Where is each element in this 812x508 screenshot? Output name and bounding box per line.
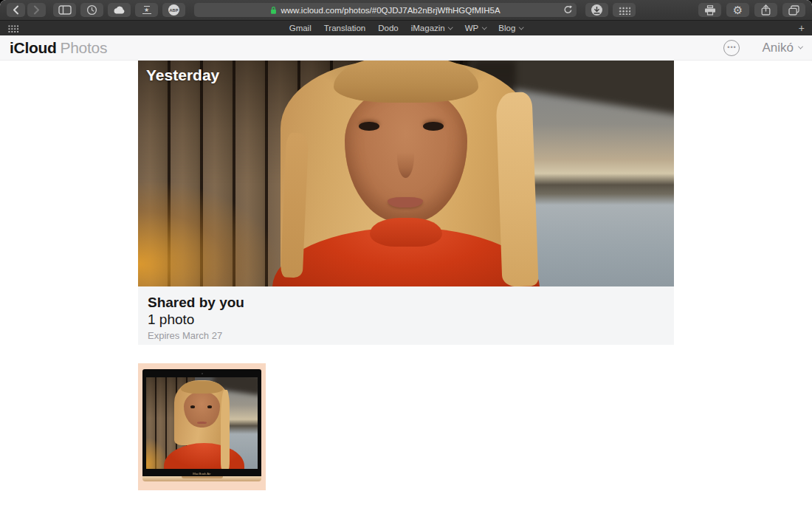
nav-buttons [7, 3, 46, 17]
download-circle-icon [591, 4, 602, 16]
history-button[interactable] [80, 3, 103, 17]
macbook-lid: MacBook Air [142, 369, 261, 476]
reload-button[interactable] [563, 5, 573, 15]
moment-title: Yesterday [146, 66, 219, 84]
bookmark-label: WP [465, 24, 479, 32]
sidebar-icon [58, 5, 72, 15]
back-button[interactable] [7, 3, 25, 17]
reload-icon [563, 5, 573, 15]
moment-cover-photo[interactable]: Yesterday [138, 61, 674, 286]
bookmarks-bar: Gmail Translation Dodo iMagazin WP Blog … [0, 21, 812, 35]
printer-icon [704, 5, 716, 16]
share-photo-count: 1 photo [148, 311, 664, 328]
toolbar-right-cluster: ⚙ [698, 3, 805, 17]
bookmark-label: Blog [498, 24, 515, 32]
user-account-menu[interactable]: Anikó [762, 41, 802, 55]
macbook-air-label: MacBook Air [159, 473, 245, 476]
bookmark-label: Gmail [289, 24, 312, 32]
sidebar-button[interactable] [53, 3, 76, 17]
chevron-right-icon [33, 5, 40, 15]
chevron-down-icon [481, 24, 486, 30]
clock-icon [86, 4, 97, 16]
icloud-brand: iCloud [10, 39, 57, 57]
forward-button[interactable] [27, 3, 46, 17]
subject-hair-strand-right [496, 92, 539, 286]
chevron-left-icon [13, 5, 19, 15]
settings-button[interactable]: ⚙ [726, 3, 749, 17]
subject-bangs [334, 61, 478, 103]
share-title: Shared by you [148, 294, 664, 311]
cloud-icon [113, 6, 125, 14]
user-name: Anikó [762, 41, 794, 55]
bookmark-translation[interactable]: Translation [324, 24, 365, 32]
gear-icon: ⚙ [733, 4, 743, 16]
bookmark-folder-blog[interactable]: Blog [498, 24, 523, 32]
adblock-extension-button[interactable]: ABP [162, 3, 185, 17]
more-options-button[interactable]: ••• [723, 40, 740, 56]
favorites-button[interactable]: ★ [135, 3, 158, 17]
photo-thumbnail[interactable]: MacBook Air [138, 363, 266, 490]
browser-toolbar: ★ ABP www.icloud.com/photos/#0QJDJ7Ab2nB… [0, 0, 812, 21]
abp-badge-icon: ABP [168, 4, 179, 16]
share-icon [761, 4, 771, 16]
ellipsis-icon: ••• [727, 44, 736, 51]
macbook-hinge [142, 476, 261, 481]
icloud-tabs-button[interactable] [108, 3, 131, 17]
app-name: Photos [61, 39, 108, 57]
portrait-subject [266, 61, 546, 286]
bookmark-label: iMagazin [411, 24, 445, 32]
chevron-down-icon [448, 24, 453, 30]
share-expiry: Expires March 27 [148, 330, 664, 341]
chevron-down-icon [518, 24, 523, 30]
bookmark-dodo[interactable]: Dodo [378, 24, 399, 32]
star-tray-icon: ★ [142, 6, 151, 14]
download-button[interactable] [585, 3, 608, 17]
bookmark-folder-wp[interactable]: WP [465, 24, 486, 32]
chevron-down-icon [798, 44, 803, 49]
tab-overview-button[interactable] [782, 3, 805, 17]
header-right: ••• Anikó [723, 40, 802, 56]
print-button[interactable] [698, 3, 721, 17]
bookmark-label: Dodo [378, 24, 399, 32]
subject-nose [397, 135, 414, 178]
bookmark-gmail[interactable]: Gmail [289, 24, 312, 32]
apps-grid-button[interactable] [613, 3, 636, 17]
macbook-camera-dot [202, 373, 203, 374]
photos-content: Yesterday Shared by you 1 photo Expires … [0, 61, 812, 508]
favorites-grid-icon[interactable] [7, 24, 18, 32]
safari-window: ★ ABP www.icloud.com/photos/#0QJDJ7Ab2nB… [0, 0, 812, 508]
mini-subject-hair-strand [221, 390, 230, 469]
tabs-icon [788, 5, 799, 16]
mini-subject-lips [197, 422, 206, 425]
bookmark-items: Gmail Translation Dodo iMagazin WP Blog [289, 24, 523, 32]
bookmark-label: Translation [324, 24, 365, 32]
dots-grid-icon [618, 6, 630, 15]
icloud-photos-header: iCloud Photos ••• Anikó [0, 35, 812, 61]
bookmark-folder-imagazin[interactable]: iMagazin [411, 24, 453, 32]
mini-subject-bangs [181, 381, 223, 394]
new-tab-button[interactable]: + [799, 23, 805, 33]
share-button[interactable] [754, 3, 777, 17]
address-bar[interactable]: www.icloud.com/photos/#0QJDJ7Ab2nBrjWfhH… [194, 3, 577, 17]
macbook-hinge-notch [182, 476, 223, 478]
subject-collar [370, 218, 442, 247]
lock-icon [270, 6, 277, 15]
url-text: www.icloud.com/photos/#0QJDJ7Ab2nBrjWfhH… [281, 6, 500, 15]
shared-album-info: Shared by you 1 photo Expires March 27 [138, 286, 674, 345]
macbook-screen [146, 377, 258, 469]
